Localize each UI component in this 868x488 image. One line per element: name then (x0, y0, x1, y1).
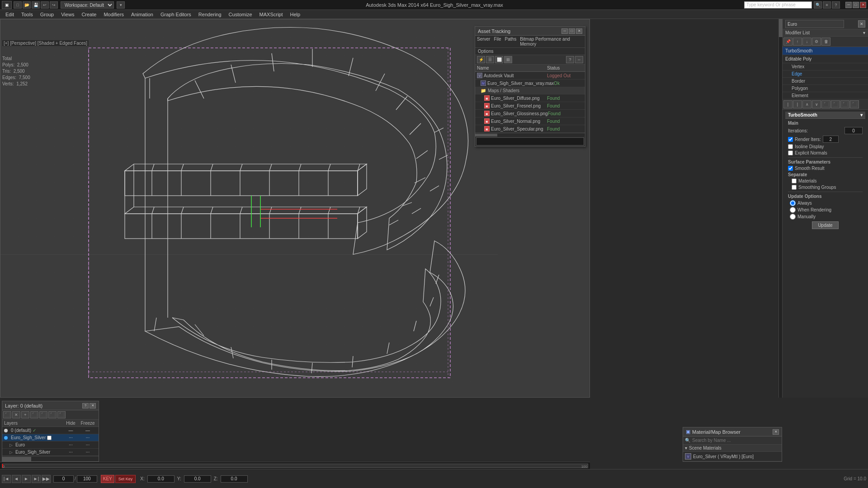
search-icon-top[interactable]: 🔍 (814, 1, 822, 9)
layers-scrollbar[interactable] (2, 456, 99, 461)
asset-tool-4[interactable]: ⊞ (504, 56, 512, 63)
undo-btn[interactable]: ↩ (41, 1, 49, 9)
mod-tool-2-2[interactable]: | (793, 100, 802, 108)
asset-menu-bitmap[interactable]: Bitmap Performance and Memory (520, 37, 583, 47)
smooth-result-checkbox[interactable] (788, 166, 793, 171)
coord-y-input[interactable] (184, 475, 211, 483)
menu-create[interactable]: Create (78, 11, 100, 18)
asset-tool-1[interactable]: ⚡ (477, 56, 485, 63)
modifier-filter-input[interactable] (785, 20, 844, 28)
menu-customize[interactable]: Customize (225, 11, 256, 18)
layer-row-euro[interactable]: ▷ Euro ··· ··· (2, 441, 99, 449)
asset-help-btn[interactable]: ? (566, 56, 574, 63)
new-btn[interactable]: □ (14, 1, 22, 9)
mod-tool-pin[interactable]: 📌 (783, 38, 793, 46)
asset-minimize-btn[interactable]: ─ (561, 28, 568, 34)
asset-scroll-thumb[interactable] (475, 134, 497, 136)
layer-row-eurosigh2[interactable]: ▷ Euro_Sigh_Silver ··· ··· (2, 449, 99, 456)
sub-polygon[interactable]: Polygon (783, 85, 868, 92)
mat-search-input[interactable] (692, 438, 780, 443)
layer-lock-eurosigh[interactable] (47, 436, 52, 440)
play-back-btn[interactable]: ◄ (12, 475, 21, 483)
asset-tool-3[interactable]: ⬜ (495, 56, 503, 63)
layer-row-default[interactable]: 0 (default) ✓ — — (2, 427, 99, 434)
asset-row-specular[interactable]: ▣ Euro_Silver_Specular.png Found (475, 125, 585, 133)
mod-tool-move-down[interactable]: ↓ (802, 38, 811, 46)
asset-menu-paths[interactable]: Paths (505, 37, 517, 47)
close-btn[interactable]: ✕ (860, 2, 866, 8)
menu-animation[interactable]: Animation (127, 11, 157, 18)
smoothing-groups-checkbox[interactable] (792, 185, 797, 190)
asset-path-input[interactable] (476, 137, 584, 145)
layers-help-btn[interactable]: ? (82, 403, 89, 408)
current-frame-input[interactable] (53, 475, 74, 483)
coord-z-input[interactable] (221, 475, 248, 483)
play-btn[interactable]: ► (22, 475, 31, 483)
help-icon[interactable]: ? (832, 1, 840, 9)
mat-browser-close-btn[interactable]: ✕ (773, 429, 779, 435)
right-scrollbar[interactable] (778, 19, 782, 398)
render-iters-input[interactable] (823, 136, 839, 143)
sub-border[interactable]: Border (783, 78, 868, 85)
key-mode-btn[interactable]: KEY (101, 475, 114, 483)
stack-item-turbosmooth[interactable]: TurboSmooth (783, 47, 868, 55)
asset-expand-btn[interactable]: ↔ (575, 56, 583, 63)
asset-row-fresnel[interactable]: ▣ Euro_Silver_Fresnel.png Found (475, 102, 585, 110)
menu-group[interactable]: Group (37, 11, 58, 18)
layers-tool-add[interactable]: + (21, 411, 29, 418)
mod-tool-configure[interactable]: ⚙ (812, 38, 821, 46)
render-iters-checkbox[interactable] (788, 137, 793, 142)
total-frames-input[interactable] (77, 475, 97, 483)
redo-btn[interactable]: ↪ (50, 1, 58, 9)
asset-menu-file[interactable]: File (494, 37, 501, 47)
menu-edit[interactable]: Edit (2, 11, 18, 18)
workspace-options[interactable]: ▾ (117, 1, 125, 9)
open-btn[interactable]: 📂 (23, 1, 31, 9)
workspace-dropdown[interactable]: Workspace: Default (61, 1, 114, 9)
layers-tool-delete[interactable]: ✕ (12, 411, 20, 418)
last-frame-btn[interactable]: ▶▶ (42, 475, 51, 483)
layers-scroll-thumb[interactable] (2, 457, 31, 461)
prev-frame-btn[interactable]: |◄ (2, 475, 11, 483)
maximize-btn[interactable]: □ (853, 2, 859, 8)
asset-horizontal-scrollbar[interactable] (475, 133, 585, 136)
update-button[interactable]: Update (812, 221, 838, 229)
layers-tool-4[interactable]: ⬛ (30, 411, 38, 418)
menu-views[interactable]: Views (57, 11, 78, 18)
modifier-filter-clear[interactable]: ✕ (858, 20, 865, 28)
when-rendering-radio[interactable] (790, 207, 796, 213)
materials-checkbox[interactable] (792, 178, 797, 183)
mod-tool-2-5[interactable]: ⬛ (821, 100, 830, 108)
menu-help[interactable]: Help (287, 11, 304, 18)
mod-tool-move-up[interactable]: ↑ (793, 38, 802, 46)
mod-tool-2-8[interactable]: ⬛ (850, 100, 859, 108)
save-btn[interactable]: 💾 (32, 1, 40, 9)
asset-tool-2[interactable]: ☰ (486, 56, 494, 63)
layer-row-eurosigh[interactable]: Euro_Sigh_Silver ··· ··· (2, 434, 99, 441)
menu-rendering[interactable]: Rendering (195, 11, 225, 18)
menu-graph-editors[interactable]: Graph Editors (157, 11, 195, 18)
coord-x-input[interactable] (147, 475, 175, 483)
layers-tool-7[interactable]: ⬛ (57, 411, 66, 418)
asset-maximize-btn[interactable]: □ (569, 28, 575, 34)
turbosmooth-collapse-icon[interactable]: ▾ (860, 113, 863, 117)
mod-tool-2-7[interactable]: ⬛ (840, 100, 849, 108)
mod-tool-2-3[interactable]: ∧ (802, 100, 811, 108)
asset-row-normal[interactable]: ▣ Euro_Silver_Normal.png Found (475, 117, 585, 125)
mod-tool-2-4[interactable]: ∨ (812, 100, 821, 108)
right-scroll-thumb[interactable] (779, 19, 783, 37)
timeline-bar[interactable]: 0 100 (2, 464, 588, 468)
isoline-checkbox[interactable] (788, 144, 793, 149)
mod-tool-2-6[interactable]: ⬛ (831, 100, 840, 108)
menu-modifiers[interactable]: Modifiers (100, 11, 127, 18)
layers-close-btn[interactable]: ✕ (90, 403, 96, 408)
asset-menu-options[interactable]: Options (478, 49, 493, 54)
stack-item-editablepoly[interactable]: Editable Poly (783, 55, 868, 63)
asset-folder-row[interactable]: 📁 Maps / Shaders (475, 87, 585, 94)
asset-close-btn[interactable]: ✕ (576, 28, 582, 34)
scene-materials-collapse-icon[interactable]: ▾ (685, 446, 687, 450)
layers-tool-5[interactable]: ⬛ (39, 411, 47, 418)
asset-row-diffuse[interactable]: ▣ Euro_Silver_Diffuse.png Found (475, 94, 585, 102)
options-icon[interactable]: ≡ (823, 1, 831, 9)
mat-item-euro-silver[interactable]: V Euro_Silver ( VRayMtl ) [Euro] (683, 452, 782, 461)
